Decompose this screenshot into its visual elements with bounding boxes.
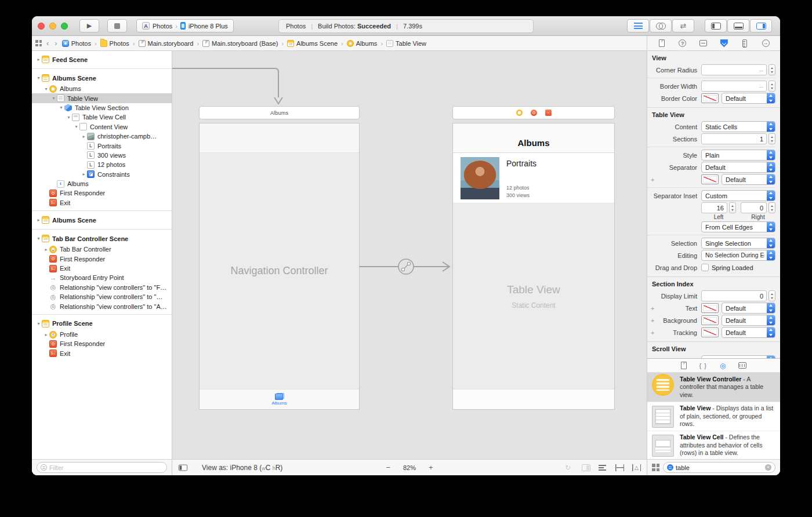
library-item-table-view-controller[interactable]: Table View Controller - A controller tha… [647,373,780,402]
outline-item-relationship-view-controllers-to-a[interactable]: ◎Relationship "view controllers" to "A… [32,301,172,311]
add-color-button[interactable]: + [651,305,654,312]
sections-stepper[interactable] [768,133,775,144]
outline-item-albums-scene[interactable]: ▾Albums Scene [32,72,172,84]
zoom-level[interactable]: 82% [403,464,416,471]
library-search-field[interactable]: table × [663,462,775,473]
border-color-popup[interactable]: Default [722,93,775,104]
disclosure-triangle[interactable]: ▾ [35,75,42,81]
text-color-popup[interactable]: Default [722,303,775,314]
separator-inset-popup[interactable]: Custom [701,190,775,201]
library-item-table-view-cell[interactable]: Table View Cell - Defines the attributes… [647,431,780,459]
background-color-popup[interactable]: Default [722,315,775,326]
corner-radius-field[interactable]: -- [701,64,767,75]
add-color-button[interactable]: + [651,176,654,183]
outline-item-christopher-campb[interactable]: ▸christopher-campb… [32,132,172,141]
exit-icon[interactable] [545,110,552,116]
add-color-button[interactable]: + [651,317,654,324]
resolve-autolayout-icon[interactable]: △ [632,464,641,471]
inset-left-stepper[interactable] [729,202,736,213]
tab-connections-inspector[interactable]: → [759,38,772,49]
outline-item-relationship-view-controllers-to[interactable]: ◎Relationship "view controllers" to "… [32,292,172,301]
add-color-button[interactable]: + [651,329,654,336]
nav-controller-scene-dock[interactable]: Albums [199,106,360,119]
align-icon[interactable] [599,464,607,471]
filter-field[interactable]: Filter [37,462,167,473]
scheme-selector[interactable]: A Photos › iPhone 8 Plus [136,19,234,32]
corner-radius-stepper[interactable] [768,64,775,75]
disclosure-triangle[interactable]: ▾ [73,124,79,129]
portraits-table-cell[interactable]: Portraits 12 photos 300 views [453,153,614,203]
outline-item-first-responder[interactable]: First Responder [32,254,172,263]
border-width-stepper[interactable] [768,81,775,92]
view-as-control[interactable]: View as: iPhone 8 (wC hR) [202,464,282,472]
albums-table-view-controller[interactable]: Albums Portraits 12 photos 300 views Tab… [452,123,615,410]
toggle-navigator-button[interactable] [705,19,727,32]
tab-size-inspector[interactable] [738,38,751,49]
grid-view-icon[interactable] [652,464,659,471]
inset-left-field[interactable]: 16 [701,202,727,213]
outline-item-relationship-view-controllers-to-f[interactable]: ◎Relationship "view controllers" to "F… [32,283,172,292]
disclosure-triangle[interactable]: ▾ [66,115,72,120]
outline-item-table-view-cell[interactable]: ▾Table View Cell [32,112,172,122]
forward-button[interactable]: › [53,39,58,48]
breadcrumb-item-table-view[interactable]: Table View [386,40,426,47]
breadcrumb-item-photos[interactable]: Photos [62,40,91,47]
close-window-button[interactable] [38,23,45,30]
outline-item-content-view[interactable]: ▾Content View [32,122,172,132]
outline-item-profile[interactable]: ▸Profile [32,330,172,339]
separator-color-well[interactable] [701,174,719,184]
outline-item-300-views[interactable]: 300 views [32,151,172,160]
zoom-window-button[interactable] [61,23,68,30]
border-color-well[interactable] [701,93,719,103]
standard-editor-button[interactable] [627,19,649,32]
outline-item-storyboard-entry-point[interactable]: →Storyboard Entry Point [32,273,172,282]
view-controller-icon[interactable] [516,110,523,116]
stop-button[interactable] [107,19,127,32]
disclosure-triangle[interactable]: ▸ [81,172,87,177]
first-responder-icon[interactable] [531,110,537,116]
tab-quick-help[interactable]: ? [676,38,689,49]
outline-item-tab-bar-controller[interactable]: ▸Tab Bar Controller [32,245,172,254]
toggle-outline-icon[interactable] [179,464,187,471]
breadcrumb-item-main-storyboard-base[interactable]: Main.storyboard (Base) [202,40,278,47]
tab-media-library[interactable] [738,362,746,369]
tracking-color-popup[interactable]: Default [722,327,775,338]
library-item-table-view[interactable]: Table View - Displays data in a list of … [647,402,780,431]
storyboard-canvas[interactable]: Albums Navigation Controller Albums [172,51,647,475]
tab-file-inspector[interactable] [655,38,668,49]
outline-item-exit[interactable]: Exit [32,349,172,358]
background-color-well[interactable] [701,315,719,325]
zoom-out-button[interactable]: − [386,463,390,472]
embed-in-icon[interactable] [582,464,590,471]
tab-bar-item[interactable]: Albums [200,389,359,409]
sections-field[interactable]: 1 [701,133,767,144]
related-items-icon[interactable] [35,40,42,46]
style-popup[interactable]: Plain [701,150,775,161]
outline-item-first-responder[interactable]: First Responder [32,188,172,198]
outline-item-tab-bar-controller-scene[interactable]: ▾Tab Bar Controller Scene [32,232,172,245]
disclosure-triangle[interactable]: ▸ [35,217,42,223]
display-limit-stepper[interactable] [768,290,775,301]
breadcrumb-item-albums[interactable]: Albums [347,40,378,47]
tab-code-snippet-library[interactable]: { } [699,362,707,369]
table-view-placeholder[interactable]: Table View Static Content [453,203,614,389]
assistant-editor-button[interactable] [650,19,672,32]
tab-file-template-library[interactable] [681,362,687,369]
tracking-color-well[interactable] [701,327,719,337]
content-popup[interactable]: Static Cells [701,121,775,132]
disclosure-triangle[interactable]: ▾ [35,321,42,326]
outline-item-profile-scene[interactable]: ▾Profile Scene [32,318,172,330]
clear-search-icon[interactable]: × [765,464,771,471]
run-button[interactable]: ▶ [79,19,99,32]
outline-item-12-photos[interactable]: 12 photos [32,160,172,169]
inset-right-stepper[interactable] [768,202,775,213]
outline-item-first-responder[interactable]: First Responder [32,339,172,348]
tab-attributes-inspector[interactable] [717,38,730,49]
editing-popup[interactable]: No Selection During Editing [701,250,775,261]
inset-right-field[interactable]: 0 [741,202,767,213]
outline-item-table-view[interactable]: ▾Table View [32,93,172,103]
tab-object-library[interactable]: ◎ [720,362,726,370]
spring-loaded-checkbox[interactable] [701,264,709,271]
version-editor-button[interactable]: ⇄ [672,19,694,32]
zoom-in-button[interactable]: + [429,463,433,472]
